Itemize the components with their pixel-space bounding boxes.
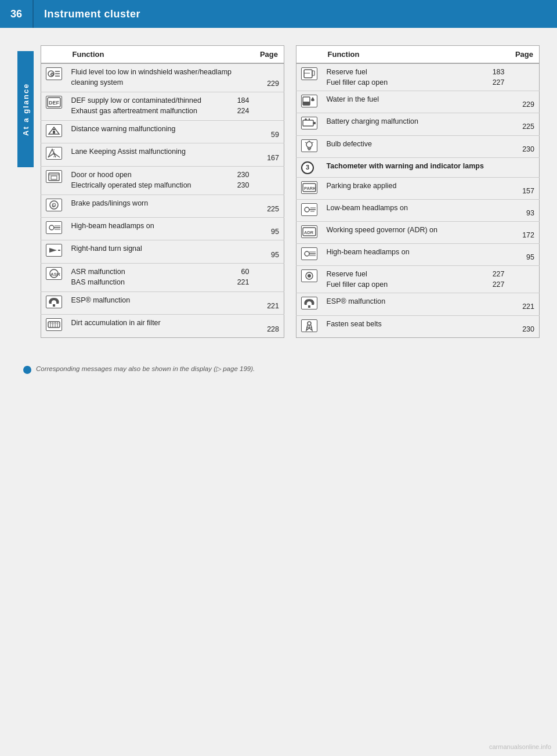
note-section: Corresponding messages may also be shown… — [0, 365, 557, 374]
page-cell — [254, 166, 284, 195]
icon-cell — [41, 143, 67, 166]
svg-rect-33 — [303, 102, 310, 105]
icon-cell — [296, 244, 322, 266]
svg-rect-11 — [51, 176, 57, 179]
function-cell: DEF supply low or contami­nated/thinned … — [67, 92, 254, 120]
icon-cell — [41, 240, 67, 263]
right-icon-col-header — [296, 46, 322, 64]
icon-cell: ADR — [296, 221, 322, 243]
def-icon: DEF — [46, 96, 62, 109]
right-function-col-header: Function — [322, 46, 509, 64]
bulb-icon — [301, 139, 317, 152]
icon-cell — [296, 266, 322, 293]
page-cell: 172 — [509, 221, 540, 243]
function-cell: High-beam headlamps on — [67, 217, 254, 240]
table-row: ⊙ Brake pads/linings worn 225 — [41, 195, 284, 217]
page-cell: 229 — [254, 63, 284, 92]
page-cell — [254, 92, 284, 120]
table-row: High-beam headlamps on 95 — [41, 217, 284, 240]
svg-rect-35 — [313, 122, 316, 124]
high-beam-right-icon — [301, 247, 317, 260]
svg-rect-34 — [303, 120, 313, 126]
table-row: Fasten seat belts 230 — [296, 315, 540, 337]
reserve-fuel-dot-icon — [301, 269, 317, 282]
table-row: Dirt accumulation in air fil­ter 228 — [41, 315, 284, 337]
page-cell: 95 — [254, 217, 284, 240]
high-beam-left-icon — [46, 221, 62, 234]
icon-cell — [41, 217, 67, 240]
left-table: Function Page ♻ — [41, 45, 284, 338]
table-row-header: 3 Tachometer with warn­ing and indicator… — [296, 157, 540, 177]
function-cell: Lane Keeping Assist mal­functioning — [67, 143, 254, 166]
table-row: Reserve fuel 183 Fuel filler cap open 22… — [296, 63, 540, 91]
svg-text:DEF: DEF — [49, 100, 60, 106]
function-cell: Water in the fuel — [322, 91, 509, 113]
page-cell — [509, 266, 540, 293]
table-row: Right-hand turn signal 95 — [41, 240, 284, 263]
page-cell: 59 — [254, 120, 284, 143]
page-cell: 228 — [254, 315, 284, 337]
table-row: High-beam headlamps on 95 — [296, 244, 540, 266]
page-cell: 93 — [509, 199, 540, 221]
note-text: Corresponding messages may also be shown… — [36, 365, 255, 373]
page-cell: 95 — [254, 240, 284, 263]
air-filter-icon — [46, 318, 62, 331]
function-cell: Working speed governor (ADR) on — [322, 221, 509, 243]
page-cell: 221 — [509, 293, 540, 315]
icon-cell — [296, 293, 322, 315]
svg-rect-24 — [48, 322, 60, 327]
table-row: Water in the fuel 229 — [296, 91, 540, 113]
svg-rect-59 — [308, 305, 310, 308]
table-row: Low-beam headlamps on 93 — [296, 199, 540, 221]
parking-brake-icon: PARK — [301, 181, 317, 194]
svg-text:ASR: ASR — [50, 272, 60, 277]
function-cell: Low-beam headlamps on — [322, 199, 509, 221]
page-title: Instrument cluster — [34, 8, 140, 20]
function-cell: Fluid level too low in wind­shield washe… — [67, 63, 254, 92]
right-page-col-header: Page — [509, 46, 540, 64]
left-icon-col-header — [41, 46, 67, 64]
function-cell: ESP® malfunction — [322, 293, 509, 315]
left-page-col-header: Page — [254, 46, 284, 64]
icon-cell — [296, 113, 322, 135]
page-cell: 167 — [254, 143, 284, 166]
table-row: Lane Keeping Assist mal­functioning 167 — [41, 143, 284, 166]
svg-point-58 — [308, 274, 311, 278]
table-row: Bulb defective 230 — [296, 135, 540, 157]
icon-cell — [296, 63, 322, 91]
icon-cell — [41, 166, 67, 195]
page-cell — [509, 63, 540, 91]
function-cell: Brake pads/linings worn — [67, 195, 254, 217]
page-cell: 230 — [509, 315, 540, 337]
icon-cell — [296, 315, 322, 337]
battery-icon — [301, 117, 317, 129]
function-cell: Fasten seat belts — [322, 315, 509, 337]
table-row: Reserve fuel 227 Fuel filler cap open 22… — [296, 266, 540, 293]
table-row: PARK Parking brake applied 157 — [296, 177, 540, 199]
icon-cell — [41, 315, 67, 337]
icon-cell — [41, 291, 67, 314]
reserve-fuel-icon — [301, 67, 317, 80]
page-cell: 95 — [509, 244, 540, 266]
function-cell: Distance warning malfunc­tioning — [67, 120, 254, 143]
table-row: ASR ASR malfunction 60 BAS malfunction 2… — [41, 263, 284, 291]
svg-rect-29 — [304, 70, 312, 78]
header-bar: 36 Instrument cluster — [0, 0, 557, 28]
function-cell: Bulb defective — [322, 135, 509, 157]
brake-pads-icon: ⊙ — [46, 199, 62, 211]
right-table: Function Page — [296, 45, 540, 338]
svg-rect-30 — [312, 71, 314, 75]
icon-cell: ASR — [41, 263, 67, 291]
function-cell: Dirt accumulation in air fil­ter — [67, 315, 254, 337]
table-row: Distance warning malfunc­tioning 59 — [41, 120, 284, 143]
left-function-col-header: Function — [67, 46, 254, 64]
esp-left-icon — [46, 296, 62, 308]
page-cell — [509, 157, 540, 177]
turn-signal-icon — [46, 244, 62, 257]
function-cell: ASR malfunction 60 BAS malfunction 221 — [67, 263, 254, 291]
function-cell: ESP® malfunction — [67, 291, 254, 314]
svg-rect-23 — [53, 304, 55, 307]
svg-text:ADR: ADR — [304, 230, 314, 235]
icon-cell: ♻ — [41, 63, 67, 92]
water-fuel-icon — [301, 95, 317, 107]
